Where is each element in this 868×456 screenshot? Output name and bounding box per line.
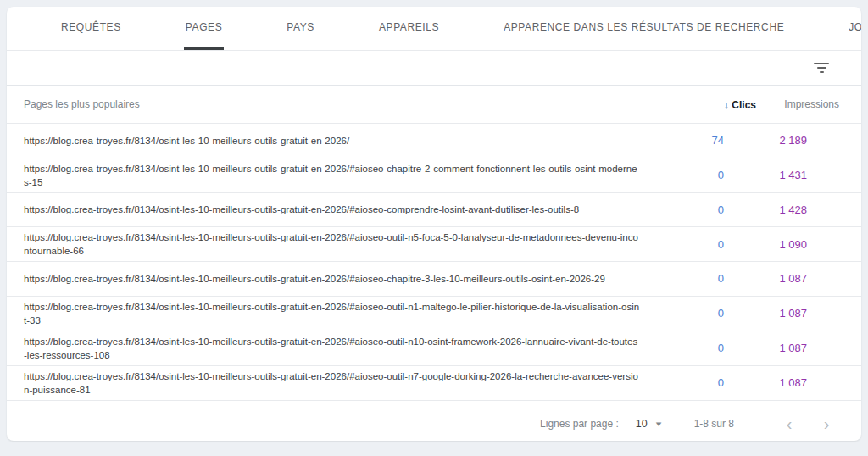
tab-requ-tes[interactable]: REQUÊTES <box>59 7 123 50</box>
pagination-range: 1-8 sur 8 <box>694 418 734 430</box>
impressions-value: 1 087 <box>724 342 829 354</box>
impressions-value: 1 087 <box>724 307 829 320</box>
column-header-clics[interactable]: ↓Clics <box>688 98 756 111</box>
report-card: REQUÊTES PAGES PAYS APPAREILS APPARENCE … <box>7 7 861 441</box>
rows-per-page-value: 10 <box>636 418 648 430</box>
rows-per-page-label: Lignes par page : <box>540 418 619 430</box>
tab-appareils[interactable]: APPAREILS <box>377 7 441 50</box>
filter-bar <box>7 51 861 86</box>
clics-value: 0 <box>656 238 724 251</box>
page-url[interactable]: https://blog.crea-troyes.fr/8134/osint-l… <box>7 370 656 397</box>
table-row[interactable]: https://blog.crea-troyes.fr/8134/osint-l… <box>7 124 861 158</box>
table-row[interactable]: https://blog.crea-troyes.fr/8134/osint-l… <box>7 193 861 228</box>
tab-apparence-dans-les-r-sultats-de-recherche[interactable]: APPARENCE DANS LES RÉSULTATS DE RECHERCH… <box>502 7 786 50</box>
clics-value: 0 <box>656 272 724 285</box>
impressions-value: 1 431 <box>724 169 829 181</box>
tab-label: JOURS <box>849 21 861 33</box>
impressions-value: 2 189 <box>724 134 829 147</box>
filter-icon[interactable] <box>809 58 834 78</box>
page-url[interactable]: https://blog.crea-troyes.fr/8134/osint-l… <box>7 162 656 189</box>
clics-value: 0 <box>656 342 724 354</box>
table-row[interactable]: https://blog.crea-troyes.fr/8134/osint-l… <box>7 262 861 297</box>
page-url[interactable]: https://blog.crea-troyes.fr/8134/osint-l… <box>7 231 656 258</box>
dropdown-arrow-icon: ▼ <box>654 420 663 428</box>
clics-value: 0 <box>656 203 724 216</box>
tab-pages[interactable]: PAGES <box>184 7 224 50</box>
column-header-impressions[interactable]: Impressions <box>756 98 861 110</box>
impressions-value: 1 090 <box>724 238 829 251</box>
tab-jours[interactable]: JOURS <box>847 7 861 50</box>
column-header-pages: Pages les plus populaires <box>7 98 688 110</box>
page-url[interactable]: https://blog.crea-troyes.fr/8134/osint-l… <box>7 300 656 327</box>
impressions-value: 1 428 <box>724 203 829 216</box>
table-row[interactable]: https://blog.crea-troyes.fr/8134/osint-l… <box>7 297 861 331</box>
clics-value: 0 <box>656 169 724 181</box>
tab-label: PAGES <box>186 21 222 33</box>
sort-descending-icon: ↓ <box>724 98 730 111</box>
page-url[interactable]: https://blog.crea-troyes.fr/8134/osint-l… <box>7 203 656 216</box>
table-row[interactable]: https://blog.crea-troyes.fr/8134/osint-l… <box>7 227 861 262</box>
table-row[interactable]: https://blog.crea-troyes.fr/8134/osint-l… <box>7 366 861 401</box>
rows-per-page-select[interactable]: 10 ▼ <box>636 418 662 430</box>
table-row[interactable]: https://blog.crea-troyes.fr/8134/osint-l… <box>7 158 861 193</box>
tab-label: PAYS <box>287 21 314 33</box>
impressions-value: 1 087 <box>724 272 829 285</box>
tab-pays[interactable]: PAYS <box>285 7 316 50</box>
page-url[interactable]: https://blog.crea-troyes.fr/8134/osint-l… <box>7 272 656 286</box>
table-body: https://blog.crea-troyes.fr/8134/osint-l… <box>7 124 861 407</box>
tab-label: APPAREILS <box>379 21 439 33</box>
pagination-bar: Lignes par page : 10 ▼ 1-8 sur 8 ‹ › <box>7 407 861 441</box>
tab-label: APPARENCE DANS LES RÉSULTATS DE RECHERCH… <box>504 21 784 33</box>
next-page-button[interactable]: › <box>812 409 841 438</box>
impressions-value: 1 087 <box>724 376 829 389</box>
page-url[interactable]: https://blog.crea-troyes.fr/8134/osint-l… <box>7 335 656 362</box>
previous-page-button[interactable]: ‹ <box>775 409 804 438</box>
clics-value: 0 <box>656 307 724 320</box>
page-url[interactable]: https://blog.crea-troyes.fr/8134/osint-l… <box>7 134 656 147</box>
table-header: Pages les plus populaires ↓Clics Impress… <box>7 86 861 124</box>
table-row[interactable]: https://blog.crea-troyes.fr/8134/osint-l… <box>7 331 861 366</box>
tab-label: REQUÊTES <box>61 21 121 33</box>
dimension-tabs: REQUÊTES PAGES PAYS APPAREILS APPARENCE … <box>7 7 861 51</box>
clics-value: 74 <box>656 134 724 147</box>
clics-value: 0 <box>656 376 724 389</box>
